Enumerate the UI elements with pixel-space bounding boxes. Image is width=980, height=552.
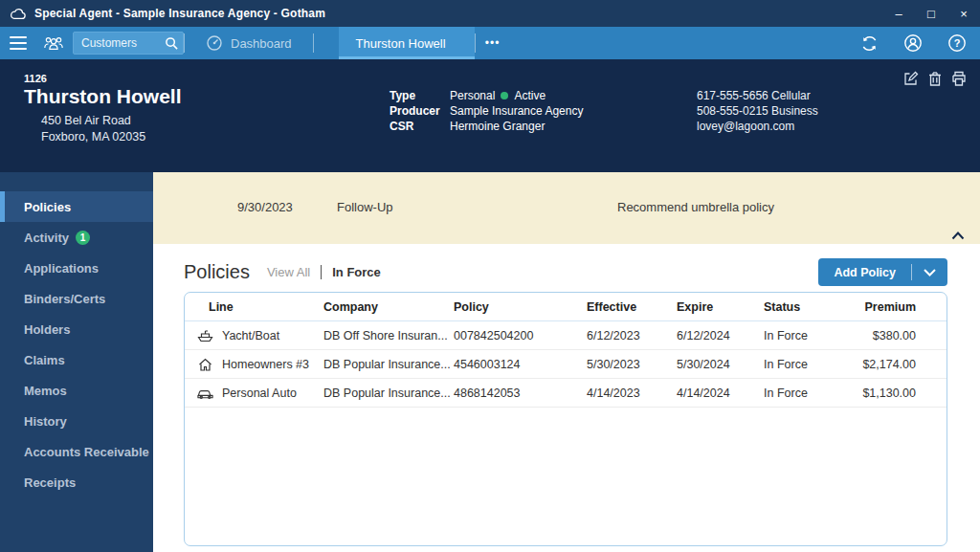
menu-button[interactable] <box>0 27 36 59</box>
delete-icon[interactable] <box>928 71 942 86</box>
customer-address-line1: 450 Bel Air Road <box>41 113 182 129</box>
customer-status: Active <box>514 88 546 103</box>
activity-banner[interactable]: 9/30/2023 Follow-Up Recommend umbrella p… <box>153 172 980 244</box>
csr-label: CSR <box>390 119 450 134</box>
column-header-expire: Expire <box>677 300 764 314</box>
sidebar-item-holders[interactable]: Holders <box>0 314 153 344</box>
filter-divider <box>321 265 322 279</box>
help-icon[interactable]: ? <box>947 33 967 53</box>
sidebar-item-applications[interactable]: Applications <box>0 253 153 283</box>
banner-activity-type: Follow-Up <box>337 200 393 214</box>
producer-value: Sample Insurance Agency <box>450 103 583 119</box>
cloud-icon <box>10 8 27 20</box>
active-status-dot <box>501 92 508 99</box>
collapse-banner-icon[interactable] <box>951 232 965 240</box>
banner-note: Recommend umbrella policy <box>617 200 774 214</box>
add-policy-button[interactable]: Add Policy <box>818 258 947 286</box>
maximize-button[interactable]: □ <box>915 0 947 27</box>
filter-view-all[interactable]: View All <box>267 265 310 279</box>
title-bar: Special Agent - Sample Insurance Agency … <box>0 0 980 27</box>
phone-cellular: 617-555-5656 Cellular <box>697 88 818 103</box>
search-box <box>73 32 184 55</box>
producer-label: Producer <box>390 103 450 119</box>
car-icon <box>197 387 213 399</box>
tab-customer[interactable]: Thurston Howell <box>339 27 475 59</box>
table-row[interactable]: Homeowners #3 DB Popular Insurance... 45… <box>185 350 947 379</box>
column-header-effective: Effective <box>587 300 677 314</box>
customers-icon[interactable] <box>36 27 71 59</box>
customer-email[interactable]: lovey@lagoon.com <box>697 119 818 134</box>
boat-icon <box>197 329 213 342</box>
table-header-row: LineCompanyPolicyEffectiveExpireStatusPr… <box>185 293 947 321</box>
tab-overflow-button[interactable]: ••• <box>476 27 510 59</box>
sidebar-item-history[interactable]: History <box>0 406 153 436</box>
close-button[interactable]: × <box>947 0 980 27</box>
search-icon[interactable] <box>165 36 179 51</box>
table-row[interactable]: Personal Auto DB Popular Insurance... 48… <box>185 379 947 408</box>
type-label: Type <box>390 88 450 103</box>
column-header-line: Line <box>197 300 323 314</box>
gauge-icon <box>206 34 223 52</box>
customer-id: 1126 <box>24 73 182 84</box>
sidebar: Policies Activity 1 Applications Binders… <box>0 172 153 552</box>
account-icon[interactable] <box>903 33 923 53</box>
sidebar-item-claims[interactable]: Claims <box>0 344 153 375</box>
tab-customer-label: Thurston Howell <box>356 36 446 51</box>
section-title: Policies <box>184 261 250 283</box>
table-row[interactable]: Yacht/Boat DB Off Shore Insuran... 00784… <box>185 321 947 350</box>
policies-table: LineCompanyPolicyEffectiveExpireStatusPr… <box>184 292 947 546</box>
add-policy-label: Add Policy <box>818 266 911 279</box>
home-icon <box>197 358 213 371</box>
sidebar-item-accounts-receivable[interactable]: Accounts Receivable <box>0 436 153 467</box>
search-input[interactable] <box>81 36 165 50</box>
svg-text:?: ? <box>954 37 961 49</box>
column-header-status: Status <box>764 300 856 314</box>
edit-icon[interactable] <box>903 71 919 86</box>
chevron-down-icon[interactable] <box>912 269 947 276</box>
tab-dashboard-label: Dashboard <box>231 36 292 51</box>
refresh-icon[interactable] <box>860 34 879 53</box>
activity-badge: 1 <box>76 231 90 245</box>
sidebar-item-activity[interactable]: Activity 1 <box>0 222 153 253</box>
minimize-button[interactable]: – <box>882 0 915 27</box>
active-accent-bar <box>0 191 5 222</box>
customer-address-line2: Foxboro, MA 02035 <box>41 129 182 145</box>
sidebar-item-memos[interactable]: Memos <box>0 375 153 406</box>
policies-section: Policies View All In Force Add Policy <box>153 244 980 552</box>
banner-date: 9/30/2023 <box>237 200 293 214</box>
column-header-company: Company <box>323 300 454 314</box>
window-title: Special Agent - Sample Insurance Agency … <box>34 7 325 20</box>
column-header-premium: Premium <box>856 300 916 314</box>
filter-in-force[interactable]: In Force <box>332 265 381 279</box>
customer-name: Thurston Howell <box>24 85 182 108</box>
customer-header: 1126 Thurston Howell 450 Bel Air Road Fo… <box>0 59 980 172</box>
csr-value: Hermoine Granger <box>450 119 545 134</box>
phone-business: 508-555-0215 Business <box>697 103 818 119</box>
print-icon[interactable] <box>951 71 967 86</box>
toolbar: Dashboard Thurston Howell ••• ? <box>0 27 980 59</box>
sidebar-item-binders-certs[interactable]: Binders/Certs <box>0 283 153 314</box>
column-header-policy: Policy <box>454 300 587 314</box>
tab-dashboard[interactable]: Dashboard <box>189 27 309 59</box>
customer-type: Personal <box>450 88 495 103</box>
app-window: Special Agent - Sample Insurance Agency … <box>0 0 980 552</box>
sidebar-item-policies[interactable]: Policies <box>0 191 153 222</box>
sidebar-item-receipts[interactable]: Receipts <box>0 467 153 497</box>
